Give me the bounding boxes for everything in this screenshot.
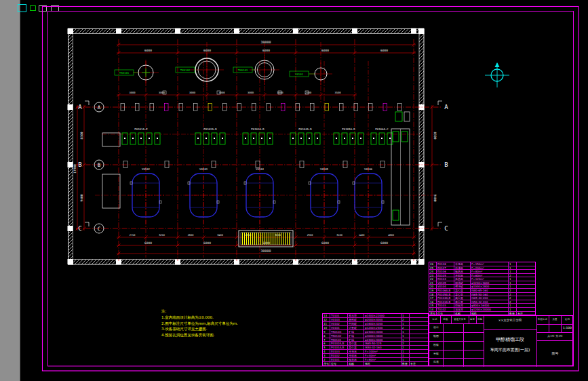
title-block-line — [440, 316, 441, 323]
vessel-tag-label: V0104 — [256, 167, 264, 171]
title-block-role-label: 制图 — [433, 334, 439, 338]
dim-text: 6000 — [380, 241, 388, 245]
pump-dot — [261, 138, 262, 139]
pump-dot — [253, 138, 254, 139]
pump-dot — [149, 138, 150, 139]
vessel-tag-label: V0102 — [142, 167, 151, 171]
wall-column — [234, 28, 239, 34]
cad-app-window: 3000060006000600060006000300030003000300… — [0, 0, 588, 381]
title-block-line — [429, 323, 484, 324]
pump-dot — [222, 138, 223, 139]
title-block-line — [429, 341, 484, 342]
title-block-line — [429, 358, 484, 359]
bom-cell: 名称 — [454, 312, 470, 315]
title-block-line — [469, 316, 469, 323]
bom-cell: 数量 — [508, 312, 516, 315]
axis-bubble-letter: B — [98, 162, 101, 168]
dim-text-overall-top: 30000 — [260, 40, 271, 44]
pump-tag-label: P0104A~D — [298, 127, 312, 131]
drawing-title-line1: 甲醇精馏工段 — [496, 336, 524, 343]
title-block-role-label: 批准 — [433, 360, 439, 363]
dim-text: 3000 — [129, 91, 136, 94]
dim-text: 3000 — [159, 91, 165, 94]
pump-dot — [132, 138, 134, 139]
dim-text: 6000 — [203, 241, 211, 245]
dim-text: 9400 — [433, 195, 437, 202]
pump-dot — [317, 138, 318, 139]
bom-cell: 序号 — [429, 312, 436, 315]
pump-dot — [309, 138, 310, 139]
row-b-fixture-box — [165, 161, 169, 168]
pump-tag-label: P0102A~D — [203, 127, 217, 131]
tank-tag-label: TK0103 — [238, 68, 248, 72]
bom-cell: 序号 — [323, 362, 330, 365]
pump-tag-label: P0105A~D — [342, 127, 355, 131]
title-block-sheet: 共1张 第1张 — [547, 334, 562, 338]
title-block-rev-label: 处数 — [444, 318, 448, 321]
building-outer-wall — [68, 29, 425, 265]
wall-column — [68, 259, 73, 264]
title-block: 标记处数更改文件号签字日期设计制图校核审核批准××大学化工学院甲醇精馏工段车间平… — [429, 315, 573, 366]
notes-line-2: 2.图中标注尺寸单位为mm,标高尺寸单位为m. — [161, 321, 238, 327]
tank-tag-label: TK0102 — [180, 68, 191, 72]
pump-dot — [344, 138, 345, 139]
pump-tag-label: P0101A~E — [134, 127, 148, 131]
title-block-rev-label: 签字 — [470, 318, 475, 321]
row-b-fixture-box — [380, 161, 385, 168]
pump-dot — [352, 138, 353, 139]
title-block-line — [463, 323, 464, 367]
wall-column — [68, 226, 73, 231]
dim-text: 6000 — [144, 49, 152, 52]
wall-column — [68, 104, 73, 110]
dim-text: 2750 — [130, 234, 136, 237]
bom-cell: 数量 — [401, 362, 409, 365]
bom-cell: 位号 — [436, 312, 454, 315]
dim-text: 1400 — [359, 234, 365, 237]
title-block-role-label: 设计 — [433, 325, 439, 329]
bom-cell: 名称 — [347, 362, 364, 365]
title-block-right-label: 比例 — [565, 318, 570, 321]
pump-dot — [373, 138, 374, 139]
axis-letter-left: C — [78, 225, 81, 232]
axis-letter-right: A — [444, 104, 448, 111]
pump-dot — [300, 138, 302, 139]
title-block-line — [536, 340, 574, 341]
dim-text-overall-bottom: 30000 — [260, 249, 271, 253]
title-block-drawing-no: 图号 — [552, 351, 559, 355]
wall-column — [419, 259, 425, 264]
building-inner-wall — [73, 34, 420, 260]
axis-letter-right: B — [444, 161, 448, 168]
vessel-tag-label: V0106 — [364, 167, 373, 171]
row-b-fixture-box — [212, 161, 216, 168]
equipment-list-table-bottom: 13T0101常压塔φ1400×22000112V0103原料罐φ2000×40… — [322, 313, 429, 366]
title-block-line — [429, 332, 484, 333]
dim-text: 9400 — [80, 194, 83, 201]
title-block-right-label: 质量 — [553, 318, 557, 321]
dim-text: 6000 — [380, 49, 388, 52]
bom-cell: 位号 — [330, 362, 347, 365]
equipment-list-table-right: 26E0108冷凝器F=150m²125E0107再沸器F=200m²124E0… — [429, 262, 536, 315]
pump-dot — [360, 138, 361, 139]
wall-column — [68, 28, 73, 34]
title-block-company: ××大学化工学院 — [498, 319, 522, 322]
row-b-fixture-box — [300, 161, 304, 168]
pump-dot — [245, 138, 246, 139]
title-block-scale: 1:100 — [563, 326, 572, 329]
axis-letter-left: A — [78, 104, 82, 111]
title-block-line — [536, 324, 574, 325]
wall-column — [293, 28, 298, 34]
dim-text: 6000 — [144, 241, 152, 245]
title-block-line — [451, 316, 452, 323]
drawing-title-line2: 车间平面布置图(一层) — [490, 347, 530, 353]
pump-tag-label: P0106A~C — [375, 127, 389, 131]
dim-text: 4600 — [388, 234, 394, 237]
dim-text: 3400 — [217, 234, 223, 237]
left-equipment-box-small — [102, 133, 120, 146]
dim-text: 6000 — [203, 49, 211, 52]
vessel-tag-label: V0105 — [320, 167, 329, 171]
dim-text: 3100 — [336, 234, 342, 237]
pump-dot — [269, 138, 271, 139]
dim-text: 6000 — [262, 49, 270, 52]
dim-text: 17900 — [73, 164, 77, 174]
wall-column — [419, 28, 425, 34]
